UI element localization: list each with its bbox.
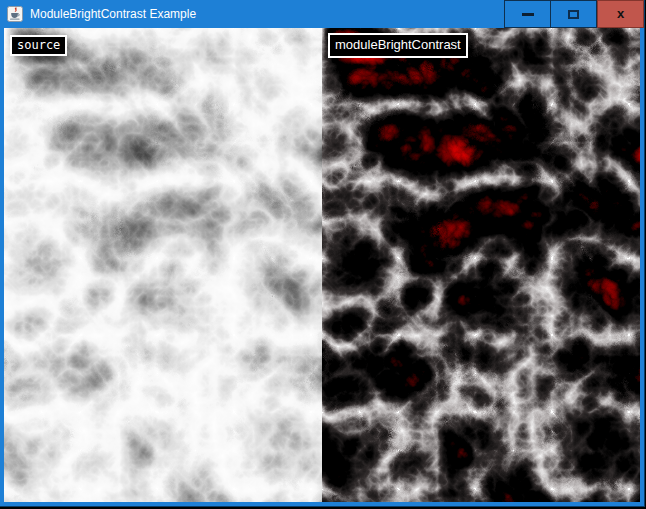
app-window: ModuleBrightContrast Example x source m (0, 0, 644, 506)
source-label: source (10, 35, 67, 56)
processed-label: moduleBrightContrast (328, 33, 468, 58)
close-icon: x (617, 7, 624, 20)
title-bar[interactable]: ModuleBrightContrast Example x (0, 0, 644, 28)
saucer (10, 19, 20, 20)
window-controls: x (504, 0, 644, 28)
source-image (4, 28, 322, 502)
minimize-button[interactable] (504, 0, 551, 28)
window-title: ModuleBrightContrast Example (30, 0, 196, 28)
processed-image-panel: moduleBrightContrast (322, 28, 640, 502)
maximize-button[interactable] (550, 0, 597, 28)
source-image-panel: source (4, 28, 322, 502)
processed-image (322, 28, 640, 502)
maximize-icon (568, 10, 579, 19)
minimize-icon (522, 13, 534, 16)
java-coffee-cup-icon[interactable] (7, 6, 23, 22)
close-button[interactable]: x (597, 0, 644, 28)
content-area: source moduleBrightContrast (0, 28, 644, 506)
